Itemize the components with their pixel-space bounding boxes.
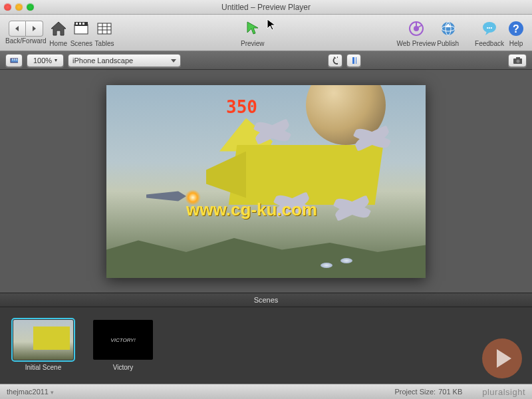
publish-button[interactable]: Publish	[437, 18, 459, 47]
terrain-graphic	[106, 231, 426, 278]
svg-text:•••: •••	[487, 25, 493, 31]
svg-point-30	[517, 59, 520, 63]
window-titlebar: Untitled – Preview Player	[0, 0, 532, 15]
projectile-graphic	[321, 263, 332, 268]
svg-rect-29	[516, 57, 520, 59]
score-display: 350	[226, 97, 257, 117]
pause-button[interactable]	[346, 54, 361, 67]
main-toolbar: Back/Forward Home Scenes Tables Preview …	[0, 15, 532, 51]
svg-rect-0	[74, 25, 88, 34]
svg-rect-3	[79, 23, 81, 25]
player-ship-graphic	[146, 188, 186, 205]
game-viewport[interactable]: 350 www.cg-ku.com	[106, 85, 426, 278]
watermark-text: www.cg-ku.com	[186, 200, 317, 220]
help-button[interactable]: ? Help	[505, 18, 527, 47]
svg-rect-2	[76, 23, 78, 25]
scene-thumbnail: VICTORY!	[93, 320, 153, 360]
brand-label: pluralsight	[482, 387, 525, 397]
svg-line-13	[418, 25, 422, 27]
preview-canvas: 350 www.cg-ku.com	[0, 70, 532, 293]
home-button[interactable]: Home	[48, 18, 69, 47]
device-select[interactable]: iPhone Landscape	[68, 54, 181, 67]
cursor-icon	[267, 19, 277, 32]
status-bar: thejmac2011 Project Size: 701 KB plurals…	[0, 384, 532, 399]
svg-rect-27	[356, 57, 356, 64]
back-forward-group: Back/Forward	[5, 21, 47, 45]
scenes-button[interactable]: Scenes	[70, 18, 92, 47]
svg-rect-4	[82, 23, 84, 25]
scenes-panel: Initial Scene VICTORY! Victory	[0, 307, 532, 384]
zoom-select[interactable]: 100%▾	[27, 54, 64, 67]
project-size-value: 701 KB	[438, 388, 462, 396]
forward-button[interactable]	[26, 21, 43, 37]
snapshot-button[interactable]	[508, 54, 527, 67]
scene-item-initial[interactable]: Initial Scene	[13, 320, 73, 371]
project-size-label: Project Size:	[394, 388, 436, 396]
play-overlay-icon[interactable]	[482, 338, 522, 378]
projectile-graphic	[340, 258, 352, 263]
scene-item-victory[interactable]: VICTORY! Victory	[93, 320, 153, 371]
web-preview-button[interactable]: Web Preview	[397, 18, 436, 47]
user-menu[interactable]: thejmac2011	[7, 388, 54, 396]
scene-label: Initial Scene	[25, 364, 61, 371]
sub-toolbar: 100%▾ iPhone Landscape	[0, 51, 532, 70]
ruler-toggle[interactable]	[5, 54, 23, 67]
scene-thumbnail	[13, 320, 73, 360]
scenes-panel-header: Scenes	[0, 293, 532, 307]
svg-rect-5	[98, 23, 111, 34]
window-title: Untitled – Preview Player	[0, 3, 532, 12]
tables-button[interactable]: Tables	[94, 18, 115, 47]
back-forward-label: Back/Forward	[5, 37, 47, 45]
back-button[interactable]	[9, 21, 26, 37]
restart-button[interactable]	[328, 54, 342, 67]
svg-rect-26	[352, 57, 354, 64]
scene-label: Victory	[113, 364, 133, 371]
feedback-button[interactable]: ••• Feedback	[475, 18, 504, 47]
preview-button[interactable]: Preview	[241, 18, 265, 47]
svg-text:?: ?	[513, 23, 519, 35]
